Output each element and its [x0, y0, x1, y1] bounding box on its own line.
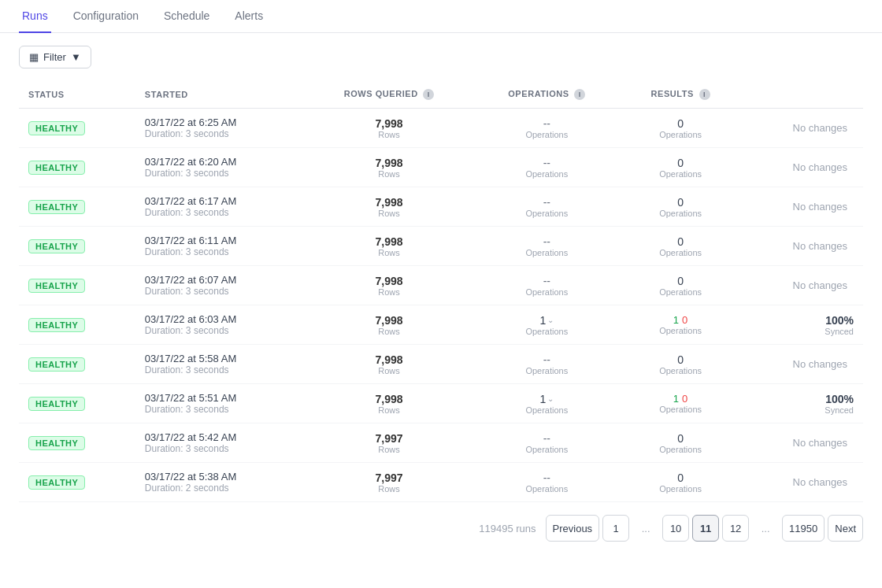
page-1-button[interactable]: 1: [602, 515, 629, 542]
no-changes-text: No changes: [793, 279, 854, 291]
results-zero-value: 0: [630, 432, 731, 445]
rows-label: Rows: [315, 130, 464, 139]
results-zero-value: 0: [630, 353, 731, 366]
started-cell: 03/17/22 at 5:42 AMDuration: 3 seconds: [135, 423, 306, 463]
table-row[interactable]: HEALTHY03/17/22 at 5:58 AMDuration: 3 se…: [19, 345, 863, 384]
results-cell: 1 0Operations: [621, 305, 740, 345]
ops-value: --: [483, 432, 612, 445]
ops-value: --: [483, 117, 612, 130]
next-page-button[interactable]: Next: [828, 515, 863, 542]
page-12-button[interactable]: 12: [722, 515, 749, 542]
table-row[interactable]: HEALTHY03/17/22 at 5:38 AMDuration: 2 se…: [19, 463, 863, 502]
operations-cell: --Operations: [473, 345, 621, 384]
results-zero-value: 0: [630, 196, 731, 209]
table-row[interactable]: HEALTHY03/17/22 at 6:17 AMDuration: 3 se…: [19, 187, 863, 227]
results-zero-value: 0: [630, 472, 731, 484]
rows-label: Rows: [315, 169, 464, 179]
rows-label: Rows: [315, 484, 464, 494]
results-red: 0: [682, 314, 687, 326]
ops-value: --: [483, 275, 612, 287]
no-changes-text: No changes: [793, 240, 854, 252]
status-cell: HEALTHY: [19, 463, 135, 502]
rows-queried-cell: 7,998Rows: [306, 305, 473, 345]
table-row[interactable]: HEALTHY03/17/22 at 6:03 AMDuration: 3 se…: [19, 305, 863, 345]
ops-value: --: [483, 353, 612, 366]
status-cell: HEALTHY: [19, 187, 135, 227]
results-label: Operations: [630, 405, 731, 414]
table-row[interactable]: HEALTHY03/17/22 at 6:25 AMDuration: 3 se…: [19, 109, 863, 148]
results-label: Operations: [630, 484, 731, 494]
no-changes-text: No changes: [793, 122, 854, 134]
ops-chevron-icon: ⌄: [547, 316, 554, 324]
result-text-cell: No changes: [740, 463, 863, 502]
operations-cell: --Operations: [473, 423, 621, 463]
rows-value: 7,998: [315, 314, 464, 327]
started-duration: Duration: 3 seconds: [145, 364, 296, 375]
results-label: Operations: [630, 130, 731, 139]
previous-page-button[interactable]: Previous: [546, 515, 600, 542]
ops-label: Operations: [483, 130, 612, 139]
tab-configuration[interactable]: Configuration: [70, 0, 142, 33]
rows-value: 7,998: [315, 353, 464, 366]
rows-value: 7,998: [315, 235, 464, 248]
operations-info-icon: i: [574, 89, 585, 100]
results-info-icon: i: [699, 89, 710, 100]
operations-cell: --Operations: [473, 463, 621, 502]
status-cell: HEALTHY: [19, 305, 135, 345]
rows-queried-cell: 7,998Rows: [306, 148, 473, 187]
ops-label: Operations: [483, 484, 612, 494]
started-duration: Duration: 3 seconds: [145, 325, 296, 336]
rows-queried-info-icon: i: [423, 89, 434, 100]
table-row[interactable]: HEALTHY03/17/22 at 5:51 AMDuration: 3 se…: [19, 384, 863, 423]
results-green: 1: [673, 314, 679, 326]
results-cell: 1 0Operations: [621, 384, 740, 423]
results-cell: 0Operations: [621, 463, 740, 502]
no-changes-text: No changes: [793, 437, 854, 449]
started-cell: 03/17/22 at 6:07 AMDuration: 3 seconds: [135, 266, 306, 305]
synced-percent: 100%: [750, 314, 854, 327]
page-10-button[interactable]: 10: [662, 515, 689, 542]
started-time: 03/17/22 at 6:25 AM: [145, 116, 296, 128]
table-row[interactable]: HEALTHY03/17/22 at 6:07 AMDuration: 3 se…: [19, 266, 863, 305]
results-ops-value: 1 0: [630, 393, 731, 405]
started-cell: 03/17/22 at 6:17 AMDuration: 3 seconds: [135, 187, 306, 227]
started-time: 03/17/22 at 5:51 AM: [145, 392, 296, 404]
started-cell: 03/17/22 at 6:03 AMDuration: 3 seconds: [135, 305, 306, 345]
status-badge: HEALTHY: [28, 239, 85, 253]
status-cell: HEALTHY: [19, 423, 135, 463]
rows-value: 7,998: [315, 196, 464, 209]
operations-cell: 1⌄Operations: [473, 384, 621, 423]
started-time: 03/17/22 at 6:17 AM: [145, 195, 296, 207]
page-11950-button[interactable]: 11950: [782, 515, 825, 542]
status-badge: HEALTHY: [28, 318, 85, 332]
tab-runs[interactable]: Runs: [19, 0, 51, 33]
started-cell: 03/17/22 at 5:58 AMDuration: 3 seconds: [135, 345, 306, 384]
ops-value: --: [483, 157, 612, 169]
page: Runs Configuration Schedule Alerts ▦ Fil…: [0, 0, 882, 588]
filter-button[interactable]: ▦ Filter ▼: [19, 46, 91, 68]
operations-cell: --Operations: [473, 148, 621, 187]
table-row[interactable]: HEALTHY03/17/22 at 6:11 AMDuration: 3 se…: [19, 227, 863, 266]
ops-value: --: [483, 235, 612, 248]
rows-label: Rows: [315, 366, 464, 375]
ops-value: --: [483, 196, 612, 209]
table-row[interactable]: HEALTHY03/17/22 at 5:42 AMDuration: 3 se…: [19, 423, 863, 463]
result-text-cell: No changes: [740, 148, 863, 187]
result-text-cell: No changes: [740, 187, 863, 227]
tab-alerts[interactable]: Alerts: [232, 0, 266, 33]
results-cell: 0Operations: [621, 187, 740, 227]
results-cell: 0Operations: [621, 109, 740, 148]
page-11-button[interactable]: 11: [692, 515, 719, 542]
rows-value: 7,997: [315, 432, 464, 445]
tab-schedule[interactable]: Schedule: [161, 0, 213, 33]
table-row[interactable]: HEALTHY03/17/22 at 6:20 AMDuration: 3 se…: [19, 148, 863, 187]
result-text-cell: No changes: [740, 266, 863, 305]
rows-label: Rows: [315, 445, 464, 454]
nav-tabs: Runs Configuration Schedule Alerts: [0, 0, 882, 33]
rows-label: Rows: [315, 327, 464, 336]
started-cell: 03/17/22 at 6:11 AMDuration: 3 seconds: [135, 227, 306, 266]
ops-value: 1⌄: [483, 314, 612, 327]
result-text-cell: 100%Synced: [740, 384, 863, 423]
results-label: Operations: [630, 445, 731, 454]
ops-label: Operations: [483, 405, 612, 415]
